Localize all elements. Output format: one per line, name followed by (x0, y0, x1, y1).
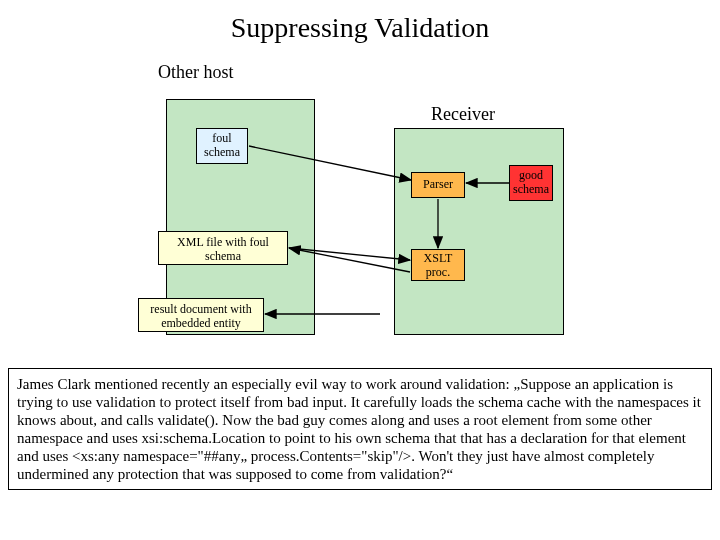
arrows-layer (0, 0, 720, 370)
xml-file-box: XML file with foul schema (158, 231, 288, 265)
parser-box: Parser (411, 172, 465, 198)
page-title: Suppressing Validation (0, 12, 720, 44)
result-doc-box: result document with embedded entity (138, 298, 264, 332)
other-host-label: Other host (158, 62, 234, 83)
xslt-box: XSLT proc. (411, 249, 465, 281)
good-schema-box: good schema (509, 165, 553, 201)
quote-paragraph: James Clark mentioned recently an especi… (8, 368, 712, 490)
receiver-label: Receiver (431, 104, 495, 125)
receiver-container (394, 128, 564, 335)
foul-schema-box: foul schema (196, 128, 248, 164)
